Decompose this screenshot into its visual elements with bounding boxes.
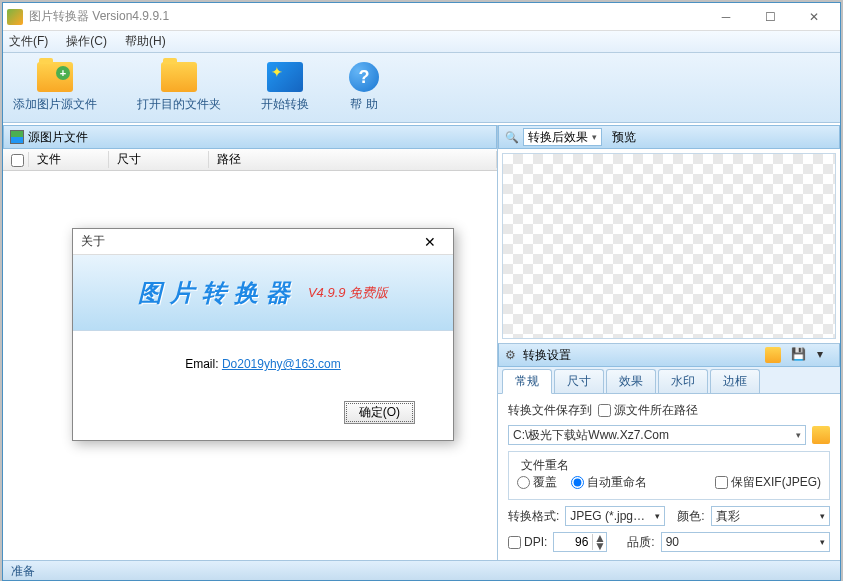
preview-header: 转换后效果 ▾ 预览	[498, 125, 840, 149]
source-path-checkbox[interactable]: 源文件所在路径	[598, 402, 698, 419]
tab-watermark[interactable]: 水印	[658, 369, 708, 393]
add-source-button[interactable]: 添加图片源文件	[13, 62, 97, 113]
start-convert-button[interactable]: 开始转换	[261, 62, 309, 113]
folder-icon	[161, 62, 197, 92]
color-label: 颜色:	[677, 508, 704, 525]
autorename-radio[interactable]: 自动重命名	[571, 474, 647, 491]
dialog-banner: 图片转换器 V4.9.9 免费版	[73, 255, 453, 331]
col-file[interactable]: 文件	[29, 151, 109, 168]
rename-fieldset: 文件重名 覆盖 自动重命名 保留EXIF(JPEG)	[508, 451, 830, 500]
window-title: 图片转换器 Version4.9.9.1	[29, 8, 704, 25]
gear-icon	[505, 348, 519, 362]
preview-mode-select[interactable]: 转换后效果 ▾	[523, 128, 602, 146]
preview-button[interactable]: 预览	[612, 129, 636, 146]
col-size[interactable]: 尺寸	[109, 151, 209, 168]
browse-folder-icon[interactable]	[812, 426, 830, 444]
menu-operate[interactable]: 操作(C)	[66, 33, 107, 50]
source-files-header: 源图片文件	[3, 125, 497, 149]
dialog-titlebar[interactable]: 关于 ✕	[73, 229, 453, 255]
format-label: 转换格式:	[508, 508, 559, 525]
save-to-label: 转换文件保存到	[508, 402, 592, 419]
open-settings-icon[interactable]	[765, 347, 781, 363]
folder-plus-icon	[37, 62, 73, 92]
toolbar: 添加图片源文件 打开目的文件夹 开始转换 ? 帮 助	[3, 53, 840, 123]
overwrite-radio[interactable]: 覆盖	[517, 474, 557, 491]
settings-tabs: 常规 尺寸 效果 水印 边框	[498, 367, 840, 394]
settings-dropdown-icon[interactable]: ▾	[817, 347, 833, 363]
save-path-combo[interactable]: C:\极光下载站Www.Xz7.Com▾	[508, 425, 806, 445]
tab-border[interactable]: 边框	[710, 369, 760, 393]
menu-help[interactable]: 帮助(H)	[125, 33, 166, 50]
open-dest-button[interactable]: 打开目的文件夹	[137, 62, 221, 113]
keep-exif-checkbox[interactable]: 保留EXIF(JPEG)	[715, 474, 821, 491]
minimize-button[interactable]: ─	[704, 3, 748, 31]
picture-icon	[10, 130, 24, 144]
wand-icon	[267, 62, 303, 92]
menu-file[interactable]: 文件(F)	[9, 33, 48, 50]
titlebar: 图片转换器 Version4.9.9.1 ─ ☐ ✕	[3, 3, 840, 31]
file-list-header: 文件 尺寸 路径	[3, 149, 497, 171]
tab-size[interactable]: 尺寸	[554, 369, 604, 393]
tab-general[interactable]: 常规	[502, 369, 552, 394]
statusbar: 准备	[3, 560, 840, 580]
color-select[interactable]: 真彩▾	[711, 506, 830, 526]
dialog-close-button[interactable]: ✕	[415, 234, 445, 250]
col-path[interactable]: 路径	[209, 151, 497, 168]
about-dialog: 关于 ✕ 图片转换器 V4.9.9 免费版 Email: Do2019yhy@1…	[72, 228, 454, 441]
maximize-button[interactable]: ☐	[748, 3, 792, 31]
email-line: Email: Do2019yhy@163.com	[93, 357, 433, 371]
settings-body: 转换文件保存到 源文件所在路径 C:\极光下载站Www.Xz7.Com▾ 文件重…	[498, 394, 840, 560]
help-button[interactable]: ? 帮 助	[349, 62, 379, 113]
quality-label: 品质:	[627, 534, 654, 551]
dpi-checkbox[interactable]: DPI:	[508, 535, 547, 549]
settings-header: 转换设置 ▾	[498, 343, 840, 367]
preview-canvas	[502, 153, 836, 339]
dpi-spinner[interactable]: 96 ▲▼	[553, 532, 607, 552]
magnifier-icon	[505, 130, 519, 144]
ok-button[interactable]: 确定(O)	[344, 401, 415, 424]
help-icon: ?	[349, 62, 379, 92]
app-icon	[7, 9, 23, 25]
format-select[interactable]: JPEG (*.jpg…▾	[565, 506, 665, 526]
select-all-checkbox[interactable]	[3, 152, 29, 166]
close-button[interactable]: ✕	[792, 3, 836, 31]
menubar: 文件(F) 操作(C) 帮助(H)	[3, 31, 840, 53]
save-settings-icon[interactable]	[791, 347, 807, 363]
quality-select[interactable]: 90▾	[661, 532, 830, 552]
tab-effect[interactable]: 效果	[606, 369, 656, 393]
email-link[interactable]: Do2019yhy@163.com	[222, 357, 341, 371]
